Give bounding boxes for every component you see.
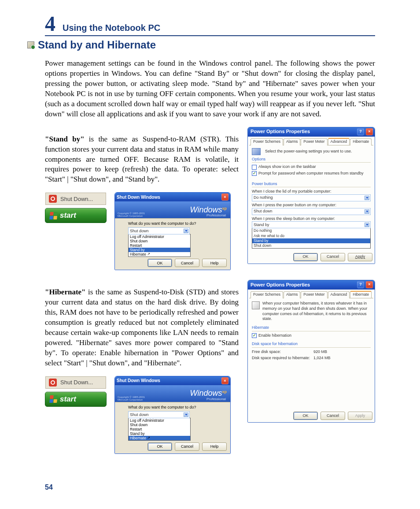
chapter-number: 4 (45, 13, 55, 34)
window-title: Power Options Properties (251, 282, 310, 288)
tab-power-schemes[interactable]: Power Schemes (251, 138, 283, 145)
start-button[interactable]: start (45, 208, 107, 223)
power-buttons-group-label: Power buttons (252, 182, 371, 187)
cancel-button[interactable]: Cancel (175, 259, 199, 267)
sleep-btn-dropdown[interactable]: Do nothing Ask me what to do Stand by Sh… (252, 228, 371, 248)
options-group-label: Options (252, 157, 371, 162)
windows-brand: Windows (190, 389, 222, 398)
cancel-button[interactable]: Cancel (321, 253, 345, 261)
copyright-text: Copyright © 1985-2001Microsoft Corporati… (118, 396, 145, 401)
tab-power-meter[interactable]: Power Meter (301, 291, 327, 298)
close-icon[interactable]: × (221, 193, 228, 201)
opt-hibernate[interactable]: Hibernate (129, 252, 190, 256)
opt-shutdown[interactable]: Shut down (129, 423, 190, 427)
tabs: Power Schemes Alarms Power Meter Advance… (249, 138, 373, 145)
close-icon[interactable]: × (221, 377, 228, 384)
tab-advanced[interactable]: Advanced (328, 291, 350, 298)
taskbar-icon-checkbox[interactable] (252, 165, 257, 170)
hibernate-group-label: Hibernate (252, 325, 371, 331)
help-icon[interactable]: ? (357, 128, 364, 135)
opt-logoff[interactable]: Log off Administrator (129, 234, 190, 239)
opt-standby[interactable]: Stand by (129, 248, 190, 252)
opt-restart[interactable]: Restart (129, 427, 190, 431)
hibernate-bold: "Hibernate" (45, 288, 86, 296)
slp-opt-nothing[interactable]: Do nothing (252, 228, 370, 233)
power-icon (49, 195, 57, 203)
shutdown-label: Shut Down... (60, 379, 93, 386)
opt-hibernate[interactable]: Hibernate (129, 436, 190, 440)
required-space-value: 1,024 MB (313, 356, 331, 361)
free-space-value: 920 MB (313, 349, 327, 355)
slp-opt-ask[interactable]: Ask me what to do (252, 234, 370, 238)
opt-shutdown[interactable]: Shut down (129, 239, 190, 243)
start-label: start (60, 211, 76, 220)
enable-hibernation-label: Enable hibernation (258, 333, 291, 338)
shutdown-action-select[interactable]: Shut down (128, 411, 190, 418)
power-options-hibernate-window: Power Options Properties ? × Power Schem… (247, 280, 375, 423)
start-label: start (60, 395, 76, 404)
shutdown-dropdown-list[interactable]: Log off Administrator Shut down Restart … (128, 418, 191, 441)
dialog-title: Shut Down Windows (117, 195, 160, 200)
lid-select[interactable]: Do nothing (252, 194, 371, 201)
windows-flag-icon (49, 395, 58, 403)
cb2-label: Prompt for password when computer resume… (258, 171, 364, 176)
opt-standby[interactable]: Stand by (129, 431, 190, 436)
start-button[interactable]: start (45, 392, 107, 407)
shutdown-dialog-icon (114, 221, 115, 228)
hibernate-intro: When your computer hibernates, it stores… (262, 301, 371, 322)
lid-question: When I close the lid of my portable comp… (252, 189, 371, 194)
tab-hibernate[interactable]: Hibernate (350, 138, 372, 145)
chapter-title: Using the Notebook PC (63, 23, 160, 33)
apply-button[interactable]: Apply (348, 253, 372, 261)
sleep-btn-select[interactable]: Stand by (252, 221, 371, 228)
password-prompt-checkbox[interactable] (252, 171, 257, 176)
power-btn-question: When I press the power button on my comp… (252, 203, 371, 208)
shutdown-menu-item[interactable]: Shut Down... (45, 192, 107, 205)
shutdown-action-select[interactable]: Shut down (128, 227, 190, 234)
help-button[interactable]: Help (202, 259, 227, 267)
ok-button[interactable]: OK (147, 259, 172, 267)
slp-opt-shutdown[interactable]: Shut down (252, 243, 370, 248)
section-title: Stand by and Hibernate (38, 39, 156, 51)
ok-button[interactable]: OK (293, 412, 318, 420)
hibernate-paragraph: "Hibernate" is the same as Suspend-to-Di… (45, 287, 239, 368)
shutdown-dialog-hibernate: Shut Down Windows × Copyright © 1985-200… (114, 376, 231, 454)
help-button[interactable]: Help (202, 442, 227, 451)
power-options-advanced-window: Power Options Properties ? × Power Schem… (247, 127, 375, 264)
shutdown-dialog-icon (114, 405, 115, 412)
hibernate-icon (252, 301, 260, 309)
tab-hibernate[interactable]: Hibernate (350, 291, 372, 298)
tab-power-meter[interactable]: Power Meter (301, 138, 327, 145)
sleep-btn-question: When I press the sleep button on my comp… (252, 216, 371, 222)
shutdown-dropdown-list[interactable]: Log off Administrator Shut down Restart … (128, 234, 191, 257)
ok-button[interactable]: OK (147, 442, 172, 451)
tab-alarms[interactable]: Alarms (284, 138, 300, 145)
close-icon[interactable]: × (366, 128, 373, 135)
cancel-button[interactable]: Cancel (321, 412, 345, 420)
shutdown-menu-item[interactable]: Shut Down... (45, 376, 107, 389)
slp-opt-standby[interactable]: Stand by (252, 238, 370, 243)
dialog-title: Shut Down Windows (117, 378, 160, 383)
ok-button[interactable]: OK (293, 253, 318, 261)
cb1-label: Always show icon on the taskbar (258, 164, 316, 170)
enable-hibernation-checkbox[interactable] (252, 333, 257, 338)
opt-restart[interactable]: Restart (129, 243, 190, 248)
opt-logoff[interactable]: Log off Administrator (129, 418, 190, 423)
shutdown-label: Shut Down... (60, 196, 93, 202)
power-btn-select[interactable]: Shut down (252, 208, 371, 215)
window-title: Power Options Properties (251, 128, 310, 134)
copyright-text: Copyright © 1985-2001Microsoft Corporati… (118, 212, 145, 217)
tab-power-schemes[interactable]: Power Schemes (251, 291, 283, 298)
close-icon[interactable]: × (366, 281, 373, 288)
battery-plug-icon (252, 148, 261, 155)
tab-alarms[interactable]: Alarms (284, 291, 300, 298)
apply-button: Apply (348, 412, 372, 420)
help-icon[interactable]: ? (357, 281, 364, 288)
standby-bold: "Stand by" (45, 135, 85, 143)
cancel-button[interactable]: Cancel (175, 442, 199, 451)
intro-paragraph: Power management settings can be found i… (45, 59, 375, 119)
tabs: Power Schemes Alarms Power Meter Advance… (249, 291, 373, 298)
tab-advanced[interactable]: Advanced (328, 138, 350, 145)
shutdown-dialog: Shut Down Windows × Copyright © 1985-200… (114, 192, 231, 270)
windows-banner: Copyright © 1985-2001Microsoft Corporati… (115, 201, 230, 218)
